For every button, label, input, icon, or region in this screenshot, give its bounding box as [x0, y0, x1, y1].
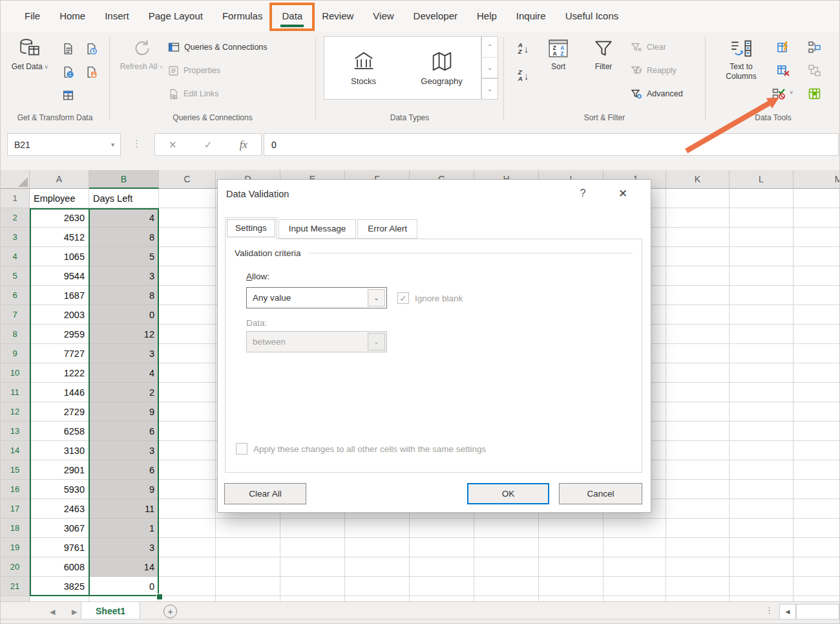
cell-G21[interactable] — [410, 577, 474, 596]
ribbon-tab-page-layout[interactable]: Page Layout — [139, 1, 213, 32]
cell-M1[interactable] — [793, 189, 839, 208]
cell-L4[interactable] — [730, 247, 793, 266]
cell-K16[interactable] — [666, 480, 730, 499]
insert-function-icon[interactable]: fx — [240, 138, 247, 151]
cell-L5[interactable] — [730, 266, 793, 286]
cell-A7[interactable]: 2003 — [30, 305, 89, 325]
cell-E22[interactable] — [280, 596, 345, 601]
cell-A13[interactable]: 6258 — [30, 422, 89, 441]
sort-descending-button[interactable]: ZA ↓ — [512, 65, 535, 86]
cell-M3[interactable] — [793, 228, 839, 247]
cell-I21[interactable] — [539, 577, 604, 596]
cell-A17[interactable]: 2463 — [30, 499, 89, 519]
cell-J20[interactable] — [604, 557, 666, 577]
cell-F20[interactable] — [345, 557, 410, 577]
cell-C19[interactable] — [159, 538, 216, 557]
cell-C20[interactable] — [159, 557, 216, 577]
row-header-22[interactable]: 22 — [1, 596, 30, 601]
stocks-button[interactable]: Stocks — [328, 50, 399, 86]
row-header-12[interactable]: 12 — [1, 402, 30, 422]
cell-G18[interactable] — [410, 519, 474, 538]
cell-K12[interactable] — [666, 402, 730, 422]
clear-all-button[interactable]: Clear All — [224, 483, 306, 504]
cell-K4[interactable] — [666, 247, 730, 266]
cell-J21[interactable] — [604, 577, 666, 596]
dialog-close-icon[interactable]: ✕ — [613, 187, 633, 200]
flash-fill-button[interactable] — [773, 37, 793, 58]
ribbon-tab-useful-icons[interactable]: Useful Icons — [556, 1, 629, 32]
cell-A8[interactable]: 2959 — [30, 325, 89, 344]
cell-E21[interactable] — [280, 577, 345, 596]
cell-K11[interactable] — [666, 383, 730, 402]
cell-B8[interactable]: 12 — [89, 325, 159, 344]
get-data-button[interactable]: Get Data ˅ — [6, 36, 54, 72]
cell-C12[interactable] — [159, 402, 216, 422]
geography-button[interactable]: Geography — [406, 50, 478, 86]
dialog-tab-error-alert[interactable]: Error Alert — [357, 219, 417, 239]
name-box-dropdown-icon[interactable]: ▾ — [111, 141, 120, 148]
cell-A5[interactable]: 9544 — [30, 266, 89, 286]
cell-H21[interactable] — [474, 577, 539, 596]
cell-H18[interactable] — [474, 519, 539, 538]
row-header-13[interactable]: 13 — [1, 422, 30, 441]
ribbon-tab-data[interactable]: Data — [272, 1, 312, 32]
column-header-K[interactable]: K — [666, 170, 730, 189]
row-header-15[interactable]: 15 — [1, 460, 30, 480]
tab-scroll-splitter[interactable]: ⋮ — [765, 605, 773, 615]
ribbon-tab-help[interactable]: Help — [467, 1, 507, 32]
manage-data-model-button[interactable] — [804, 83, 824, 104]
cell-L11[interactable] — [730, 383, 793, 402]
cell-A6[interactable]: 1687 — [30, 286, 89, 305]
cell-M18[interactable] — [793, 519, 839, 538]
cell-A2[interactable]: 2630 — [30, 208, 89, 228]
cell-C13[interactable] — [159, 422, 216, 441]
cell-K2[interactable] — [666, 208, 730, 228]
cell-K15[interactable] — [666, 460, 730, 480]
cell-A3[interactable]: 4512 — [30, 228, 89, 247]
from-table-range-button[interactable] — [58, 85, 78, 105]
cell-L20[interactable] — [730, 557, 793, 577]
cell-B3[interactable]: 8 — [89, 228, 159, 247]
cell-C6[interactable] — [159, 286, 216, 305]
cell-I19[interactable] — [539, 538, 604, 557]
cell-C14[interactable] — [159, 441, 216, 460]
cell-J19[interactable] — [604, 538, 666, 557]
cell-L15[interactable] — [730, 460, 793, 480]
cell-M9[interactable] — [793, 344, 839, 363]
data-validation-button[interactable] — [770, 83, 787, 104]
cell-L22[interactable] — [730, 596, 793, 601]
filter-button[interactable]: Filter — [583, 36, 624, 72]
column-header-M[interactable]: M — [793, 170, 839, 189]
row-header-14[interactable]: 14 — [1, 441, 30, 460]
dialog-help-icon[interactable]: ? — [574, 188, 591, 199]
sheet-nav-left-icon[interactable]: ◀ — [50, 608, 55, 616]
cell-L9[interactable] — [730, 344, 793, 363]
apply-changes-checkbox[interactable]: Apply these changes to all other cells w… — [236, 443, 486, 455]
confirm-entry-icon[interactable]: ✓ — [204, 139, 213, 151]
row-header-20[interactable]: 20 — [1, 557, 30, 577]
cell-M20[interactable] — [793, 557, 839, 577]
cell-I22[interactable] — [539, 596, 604, 601]
cell-A14[interactable]: 3130 — [30, 441, 89, 460]
row-header-18[interactable]: 18 — [1, 519, 30, 538]
cell-B22[interactable] — [89, 596, 159, 601]
cell-B21[interactable]: 0 — [89, 577, 159, 596]
relationships-button[interactable] — [804, 60, 824, 81]
cell-H19[interactable] — [474, 538, 539, 557]
cell-L16[interactable] — [730, 480, 793, 499]
cell-M10[interactable] — [793, 363, 839, 383]
data-dropdown[interactable]: between ⌄ — [246, 331, 387, 352]
gallery-scroll-down[interactable]: ⌄ — [482, 58, 498, 78]
cell-M16[interactable] — [793, 480, 839, 499]
cell-A1[interactable]: Employee — [30, 189, 89, 208]
row-header-10[interactable]: 10 — [1, 363, 30, 383]
cell-B4[interactable]: 5 — [89, 247, 159, 266]
cell-C7[interactable] — [159, 305, 216, 325]
ribbon-tab-review[interactable]: Review — [312, 1, 363, 32]
consolidate-button[interactable] — [804, 37, 824, 58]
sheet-nav-right-icon[interactable]: ▶ — [72, 608, 77, 616]
cell-C21[interactable] — [159, 577, 216, 596]
row-header-19[interactable]: 19 — [1, 538, 30, 557]
cell-F22[interactable] — [345, 596, 410, 601]
chevron-down-icon[interactable]: ⌄ — [368, 333, 385, 350]
